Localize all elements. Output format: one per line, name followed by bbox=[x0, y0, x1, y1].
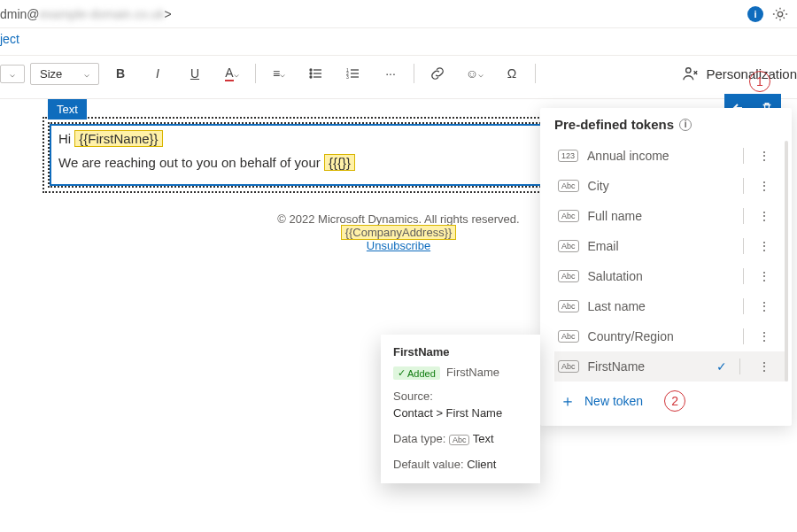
token-item-city[interactable]: AbcCity⋮ bbox=[554, 171, 788, 201]
default-value: Client bbox=[467, 458, 496, 471]
new-token-label: New token bbox=[584, 394, 643, 408]
gear-icon[interactable] bbox=[772, 6, 788, 22]
svg-point-5 bbox=[310, 76, 312, 78]
scrollbar[interactable] bbox=[785, 141, 788, 382]
token-label: Last name bbox=[588, 299, 646, 313]
separator bbox=[255, 64, 256, 83]
token-detail-popup: FirstName ✓ Added FirstName Source: Cont… bbox=[381, 335, 540, 483]
type-badge-icon: 123 bbox=[558, 150, 578, 162]
more-icon[interactable]: ⋮ bbox=[758, 299, 770, 313]
token-label: FirstName bbox=[588, 359, 646, 374]
from-prefix: dmin@ bbox=[0, 7, 40, 21]
detail-default: Default value: Client bbox=[393, 457, 528, 474]
company-address-token: {{CompanyAddress}} bbox=[341, 225, 457, 240]
separator bbox=[743, 178, 744, 194]
new-token-button[interactable]: ＋ New token 2 bbox=[554, 382, 788, 413]
token-item-annual-income[interactable]: 123Annual income⋮ bbox=[554, 141, 788, 171]
plus-icon: ＋ bbox=[560, 395, 576, 407]
separator bbox=[743, 148, 744, 164]
svg-point-13 bbox=[686, 68, 691, 73]
separator bbox=[743, 208, 744, 224]
svg-point-1 bbox=[310, 69, 312, 71]
more-icon[interactable]: ⋮ bbox=[758, 209, 770, 223]
bullet-list-button[interactable] bbox=[300, 61, 332, 86]
empty-token[interactable]: {{{}} bbox=[324, 154, 355, 171]
bold-button[interactable]: B bbox=[104, 61, 136, 86]
token-item-country-region[interactable]: AbcCountry/Region⋮ bbox=[554, 321, 788, 351]
more-icon[interactable]: ⋮ bbox=[758, 149, 770, 163]
token-list: 123Annual income⋮AbcCity⋮AbcFull name⋮Ab… bbox=[554, 141, 788, 382]
format-toolbar: ⌵ Size⌵ B I U A ⌵ ≡ ⌵ 123 ··· ☺ ⌵ Ω Pers… bbox=[0, 55, 797, 99]
info-icon[interactable]: i bbox=[679, 119, 692, 131]
header-bar: dmin@example-domain.co.uk> i bbox=[0, 0, 797, 28]
block-type-badge: Text bbox=[48, 99, 87, 120]
symbol-button[interactable]: Ω bbox=[496, 61, 528, 86]
overflow-button[interactable]: ··· bbox=[375, 61, 406, 86]
detail-added-name: FirstName bbox=[446, 366, 499, 379]
svg-text:3: 3 bbox=[346, 74, 349, 80]
more-icon[interactable]: ⋮ bbox=[758, 239, 770, 253]
default-label: Default value: bbox=[393, 458, 464, 471]
more-icon[interactable]: ⋮ bbox=[758, 269, 770, 283]
source-value: Contact > First Name bbox=[393, 405, 528, 422]
separator bbox=[743, 238, 744, 254]
separator bbox=[743, 328, 744, 344]
line1-text: Hi bbox=[58, 131, 74, 146]
from-address: dmin@example-domain.co.uk> bbox=[0, 7, 172, 21]
subject-field[interactable]: ject bbox=[0, 28, 797, 55]
token-label: Country/Region bbox=[588, 329, 674, 343]
callout-2: 2 bbox=[664, 390, 685, 412]
more-icon[interactable]: ⋮ bbox=[758, 329, 770, 343]
size-label: Size bbox=[40, 67, 62, 81]
tokens-heading: Pre-defined tokens i bbox=[554, 117, 788, 132]
type-badge-icon: Abc bbox=[558, 210, 579, 222]
firstname-token[interactable]: {{FirstName}} bbox=[74, 130, 162, 147]
token-item-salutation[interactable]: AbcSalutation⋮ bbox=[554, 261, 788, 291]
emoji-button[interactable]: ☺ ⌵ bbox=[459, 61, 491, 86]
check-icon: ✓ bbox=[716, 359, 727, 374]
predefined-tokens-panel: Pre-defined tokens i 123Annual income⋮Ab… bbox=[540, 108, 792, 426]
detail-source: Source: Contact > First Name bbox=[393, 389, 528, 422]
token-label: City bbox=[588, 179, 609, 193]
type-badge-icon: Abc bbox=[449, 435, 470, 445]
email-canvas: 1 Text Hi {{FirstName}} We are reaching … bbox=[18, 117, 779, 252]
type-badge-icon: Abc bbox=[558, 300, 579, 312]
token-item-firstname[interactable]: AbcFirstName✓⋮ bbox=[554, 351, 788, 382]
source-label: Source: bbox=[393, 389, 528, 405]
separator bbox=[414, 64, 414, 83]
detail-added-row: ✓ Added FirstName bbox=[393, 366, 528, 380]
svg-point-3 bbox=[310, 73, 312, 74]
callout-1: 1 bbox=[749, 71, 770, 92]
number-list-button[interactable]: 123 bbox=[337, 61, 369, 86]
token-label: Email bbox=[588, 239, 619, 253]
token-item-last-name[interactable]: AbcLast name⋮ bbox=[554, 291, 788, 321]
separator bbox=[743, 268, 744, 284]
token-item-email[interactable]: AbcEmail⋮ bbox=[554, 231, 788, 261]
font-size-dropdown[interactable]: Size⌵ bbox=[30, 63, 99, 85]
type-badge-icon: Abc bbox=[558, 330, 579, 343]
underline-button[interactable]: U bbox=[179, 61, 211, 86]
italic-button[interactable]: I bbox=[142, 61, 174, 86]
from-domain-blurred: example-domain.co.uk bbox=[40, 7, 165, 21]
more-icon[interactable]: ⋮ bbox=[758, 359, 770, 374]
from-suffix: > bbox=[164, 7, 171, 21]
svg-point-0 bbox=[778, 12, 782, 16]
datatype-label: Data type: bbox=[393, 432, 445, 445]
token-label: Annual income bbox=[587, 149, 669, 163]
token-item-full-name[interactable]: AbcFull name⋮ bbox=[554, 201, 788, 231]
separator bbox=[739, 359, 740, 374]
more-icon[interactable]: ⋮ bbox=[758, 179, 770, 193]
line2-text: We are reaching out to you on behalf of … bbox=[58, 155, 324, 170]
separator bbox=[743, 298, 744, 314]
personalization-icon[interactable] bbox=[683, 61, 699, 86]
link-button[interactable] bbox=[422, 61, 453, 86]
added-badge: ✓ Added bbox=[393, 366, 440, 380]
unsubscribe-link[interactable]: Unsubscribe bbox=[367, 239, 430, 252]
info-icon[interactable]: i bbox=[747, 6, 763, 22]
type-badge-icon: Abc bbox=[558, 180, 579, 192]
align-button[interactable]: ≡ ⌵ bbox=[263, 61, 295, 86]
type-badge-icon: Abc bbox=[558, 360, 579, 373]
detail-datatype: Data type: Abc Text bbox=[393, 431, 528, 448]
font-family-dropdown[interactable]: ⌵ bbox=[0, 65, 25, 83]
font-color-button[interactable]: A ⌵ bbox=[216, 61, 248, 86]
